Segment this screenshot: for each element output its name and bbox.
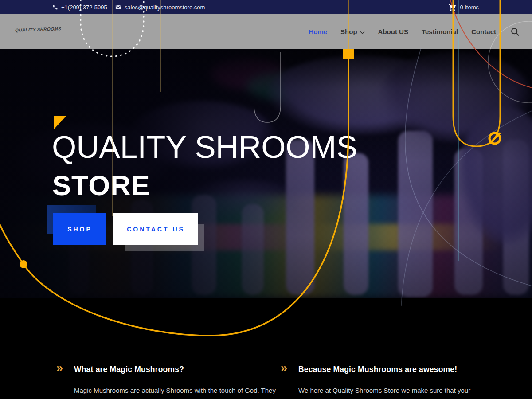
topbar-phone-text: +1(209) 372-5095: [61, 4, 107, 11]
topbar-email-link[interactable]: sales@qualityshroomstore.com: [115, 4, 205, 11]
feature-body: We here at Quality Shrooms Store we make…: [298, 384, 502, 399]
header: QUALITY SHROOMS Home Shop About US Testi…: [0, 14, 532, 49]
phone-icon: [52, 4, 58, 10]
nav-item-home[interactable]: Home: [309, 28, 327, 35]
nav-item-contact[interactable]: Contact: [471, 28, 496, 35]
nav-item-about-us[interactable]: About US: [378, 28, 408, 35]
triangle-decoration: [54, 116, 66, 129]
topbar-phone-link[interactable]: +1(209) 372-5095: [52, 4, 107, 11]
hero-title-line1: QUALITY SHROOMS: [52, 129, 357, 165]
nav-item-shop[interactable]: Shop: [340, 28, 365, 35]
feature-body: Magic Mushrooms are actually Shrooms wit…: [74, 384, 278, 399]
hero-section: QUALITY SHROOMS STORE SHOP CONTACT US: [0, 49, 532, 298]
search-icon[interactable]: [510, 27, 520, 36]
main-nav: Home Shop About US Testimonial Contact: [309, 14, 520, 49]
topbar: +1(209) 372-5095 sales@qualityshroomstor…: [0, 0, 532, 14]
envelope-icon: [115, 5, 121, 10]
feature-mushrooms-are-awesome: » Because Magic Mushrooms are awesome! W…: [281, 365, 502, 399]
topbar-email-text: sales@qualityshroomstore.com: [125, 4, 205, 11]
double-chevron-icon: »: [56, 362, 63, 374]
feature-heading: Because Magic Mushrooms are awesome!: [298, 365, 502, 374]
feature-what-are-magic-mushrooms: » What are Magic Mushrooms? Magic Mushro…: [56, 365, 278, 399]
contact-us-button[interactable]: CONTACT US: [113, 213, 198, 245]
features-section: » What are Magic Mushrooms? Magic Mushro…: [0, 298, 532, 399]
hero-content: QUALITY SHROOMS STORE SHOP CONTACT US: [0, 49, 532, 298]
chevron-down-icon: [360, 28, 365, 35]
feature-heading: What are Magic Mushrooms?: [74, 365, 278, 374]
double-chevron-icon: »: [281, 362, 287, 374]
cart-button[interactable]: 0 Items: [449, 4, 479, 11]
shop-button[interactable]: SHOP: [53, 213, 106, 245]
hero-title-line2: STORE: [52, 169, 150, 201]
cart-icon: [449, 4, 456, 11]
nav-item-testimonial[interactable]: Testimonial: [422, 28, 458, 35]
logo[interactable]: QUALITY SHROOMS: [15, 26, 62, 33]
page: +1(209) 372-5095 sales@qualityshroomstor…: [0, 0, 532, 399]
cart-count-text: 0 Items: [460, 4, 479, 11]
